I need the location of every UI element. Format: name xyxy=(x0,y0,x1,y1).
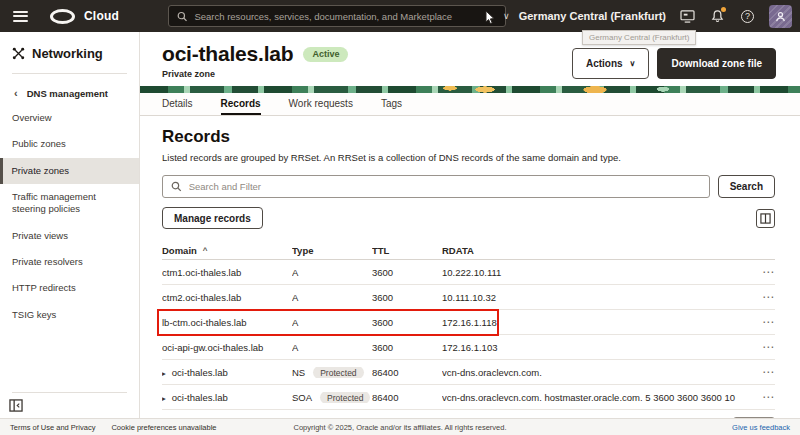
sidebar-item-traffic-management[interactable]: Traffic management steering policies xyxy=(0,184,139,223)
cell-ttl: 86400 xyxy=(372,392,442,403)
search-icon xyxy=(171,181,182,192)
row-actions-menu[interactable]: ⋯ xyxy=(749,342,775,352)
sidebar-item-http-redirects[interactable]: HTTP redirects xyxy=(0,275,139,301)
notification-dot xyxy=(721,7,726,12)
expand-caret-icon[interactable]: ▸ xyxy=(162,394,166,403)
sidebar-item-private-resolvers[interactable]: Private resolvers xyxy=(0,249,139,275)
actions-button[interactable]: Actions ∨ xyxy=(572,48,650,79)
cell-domain: ctm1.oci-thales.lab xyxy=(162,267,292,278)
chevron-down-icon: ∨ xyxy=(630,59,636,68)
cell-domain: ▸oci-thales.lab xyxy=(162,367,292,378)
search-icon xyxy=(177,11,187,22)
tab-bar: Details Records Work requests Tags xyxy=(140,93,800,116)
main-content: oci-thales.lab Active Private zone Actio… xyxy=(140,32,800,418)
download-zone-file-button[interactable]: Download zone file xyxy=(657,48,776,79)
tab-work-requests[interactable]: Work requests xyxy=(289,93,353,115)
table-row-expandable[interactable]: ▸oci-thales.lab SOAProtected 86400 vcn-d… xyxy=(162,385,775,410)
cell-type: A xyxy=(292,317,372,328)
sidebar-item-private-zones[interactable]: Private zones xyxy=(0,158,139,184)
collapse-panel-icon xyxy=(9,399,23,412)
status-badge: Active xyxy=(303,47,348,62)
global-search-bar[interactable] xyxy=(168,5,506,27)
column-header-domain[interactable]: Domain ^ xyxy=(162,245,292,256)
terms-link[interactable]: Terms of Use and Privacy xyxy=(10,423,95,432)
column-header-rdata[interactable]: RDATA xyxy=(442,245,749,256)
filter-search-input[interactable] xyxy=(189,181,701,192)
cell-ttl: 86400 xyxy=(372,367,442,378)
top-navigation-bar: Cloud ∨ Germany Central (Frankfurt) ? xyxy=(0,0,800,32)
cell-type: A xyxy=(292,342,372,353)
left-navigation-sidebar: Networking ‹ DNS management Overview Pub… xyxy=(0,32,140,418)
row-actions-menu[interactable]: ⋯ xyxy=(749,267,775,277)
region-label: Germany Central (Frankfurt) xyxy=(519,10,666,22)
tab-details[interactable]: Details xyxy=(162,93,193,115)
cell-rdata: 10.222.10.111 xyxy=(442,267,749,278)
protected-badge: Protected xyxy=(320,392,370,403)
page-footer: Terms of Use and Privacy Cookie preferen… xyxy=(0,418,800,435)
table-row[interactable]: oci-api-gw.oci-thales.lab A 3600 172.16.… xyxy=(162,335,775,360)
cell-rdata: 172.16.1.103 xyxy=(442,342,749,353)
sidebar-item-public-zones[interactable]: Public zones xyxy=(0,131,139,157)
table-header-row: Domain ^ Type TTL RDATA xyxy=(162,241,775,260)
help-icon[interactable]: ? xyxy=(739,8,756,25)
sidebar-title: Networking xyxy=(0,32,139,71)
columns-icon xyxy=(760,213,771,224)
back-chevron-icon: ‹ xyxy=(14,87,18,99)
cell-type: SOAProtected xyxy=(292,392,372,403)
expand-caret-icon[interactable]: ▸ xyxy=(162,369,166,378)
cell-ttl: 3600 xyxy=(372,342,442,353)
records-heading: Records xyxy=(162,127,775,147)
global-search-input[interactable] xyxy=(194,11,497,22)
sort-ascending-icon[interactable]: ^ xyxy=(203,246,208,255)
cell-rdata: vcn-dns.oraclevcn.com. xyxy=(442,367,749,378)
tab-tags[interactable]: Tags xyxy=(381,93,402,115)
row-actions-menu[interactable]: ⋯ xyxy=(749,392,775,402)
cell-rdata: vcn-dns.oraclevcn.com. hostmaster.oracle… xyxy=(442,392,749,403)
cell-ttl: 3600 xyxy=(372,317,442,328)
row-actions-menu[interactable]: ⋯ xyxy=(749,317,775,327)
region-tooltip: Germany Central (Frankfurt) xyxy=(582,30,696,45)
row-actions-menu[interactable]: ⋯ xyxy=(749,367,775,377)
row-actions-menu[interactable]: ⋯ xyxy=(749,292,775,302)
cell-type: NSProtected xyxy=(292,367,372,378)
hamburger-menu-icon[interactable] xyxy=(13,11,28,22)
cell-domain: ctm2.oci-thales.lab xyxy=(162,292,292,303)
protected-badge: Protected xyxy=(313,367,363,378)
tab-records[interactable]: Records xyxy=(221,93,261,115)
divider xyxy=(12,392,127,393)
cell-type: A xyxy=(292,292,372,303)
manage-records-button[interactable]: Manage records xyxy=(162,207,263,229)
zone-type-label: Private zone xyxy=(162,69,348,79)
person-icon xyxy=(775,11,786,22)
notifications-bell-icon[interactable] xyxy=(709,8,726,25)
brand-label: Cloud xyxy=(84,9,119,23)
feedback-link[interactable]: Give us feedback xyxy=(732,423,800,432)
table-row[interactable]: ctm2.oci-thales.lab A 3600 10.111.10.32 … xyxy=(162,285,775,310)
cell-ttl: 3600 xyxy=(372,267,442,278)
cloud-shell-icon[interactable] xyxy=(679,8,696,25)
filter-search-box[interactable] xyxy=(162,175,710,198)
oci-console-window: Cloud ∨ Germany Central (Frankfurt) ? xyxy=(0,0,800,435)
sidebar-item-private-views[interactable]: Private views xyxy=(0,223,139,249)
records-table: Domain ^ Type TTL RDATA ctm1.oci-thales.… xyxy=(162,241,775,410)
column-settings-button[interactable] xyxy=(756,209,775,228)
search-button[interactable]: Search xyxy=(718,175,775,198)
table-row-highlighted[interactable]: lb-ctm.oci-thales.lab A 3600 172.16.1.11… xyxy=(162,310,775,335)
sidebar-item-overview[interactable]: Overview xyxy=(0,105,139,131)
oracle-logo-icon xyxy=(50,9,75,24)
table-row-expandable[interactable]: ▸oci-thales.lab NSProtected 86400 vcn-dn… xyxy=(162,360,775,385)
cookie-preferences-label: Cookie preferences unavailable xyxy=(111,423,216,432)
collapse-sidebar-button[interactable] xyxy=(8,398,24,413)
region-selector[interactable]: ∨ Germany Central (Frankfurt) xyxy=(503,10,666,22)
cell-type: A xyxy=(292,267,372,278)
chevron-down-icon: ∨ xyxy=(503,11,510,21)
sidebar-section-dns-management[interactable]: ‹ DNS management xyxy=(0,74,139,105)
sidebar-item-tsig-keys[interactable]: TSIG keys xyxy=(0,302,139,328)
user-profile-avatar[interactable] xyxy=(769,5,792,28)
column-header-type[interactable]: Type xyxy=(292,245,372,256)
cell-domain: ▸oci-thales.lab xyxy=(162,392,292,403)
mouse-cursor xyxy=(485,11,497,25)
cell-domain: lb-ctm.oci-thales.lab xyxy=(162,317,292,328)
column-header-ttl[interactable]: TTL xyxy=(372,245,442,256)
table-row[interactable]: ctm1.oci-thales.lab A 3600 10.222.10.111… xyxy=(162,260,775,285)
